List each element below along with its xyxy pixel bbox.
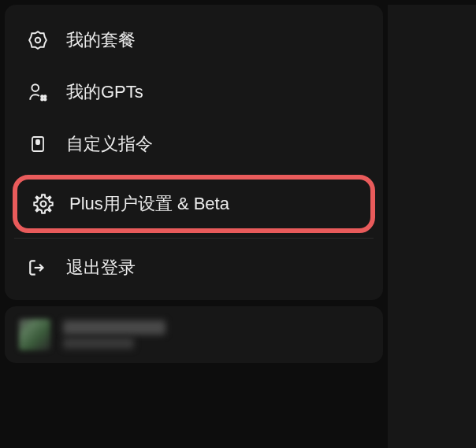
user-info <box>63 320 165 349</box>
menu-container: 我的套餐 我的GPTs <box>0 5 388 448</box>
divider <box>14 238 374 239</box>
svg-point-3 <box>44 95 46 98</box>
user-robot-icon <box>27 81 49 103</box>
menu-item-label: 自定义指令 <box>66 132 153 156</box>
badge-icon <box>27 29 49 51</box>
user-name-redacted <box>63 320 165 335</box>
side-strip <box>388 5 476 448</box>
menu-item-custom-instructions[interactable]: 自定义指令 <box>5 118 383 170</box>
svg-point-2 <box>41 95 43 98</box>
card-icon <box>27 133 49 155</box>
menu-item-label: 我的GPTs <box>66 80 143 104</box>
svg-point-0 <box>35 38 41 43</box>
svg-point-8 <box>41 202 46 207</box>
menu-item-my-plan[interactable]: 我的套餐 <box>5 14 383 66</box>
user-email-redacted <box>63 338 134 349</box>
menu-item-label: Plus用户设置 & Beta <box>69 192 229 216</box>
svg-point-4 <box>41 98 43 101</box>
menu-item-my-gpts[interactable]: 我的GPTs <box>5 66 383 118</box>
svg-rect-7 <box>36 140 39 144</box>
highlighted-menu-item-wrapper: Plus用户设置 & Beta <box>13 175 375 233</box>
menu-item-label: 我的套餐 <box>66 28 136 52</box>
menu-item-plus-settings-beta[interactable]: Plus用户设置 & Beta <box>17 181 370 227</box>
menu-item-label: 退出登录 <box>66 256 136 280</box>
menu-item-logout[interactable]: 退出登录 <box>5 242 383 294</box>
svg-point-1 <box>32 84 39 91</box>
menu-panel: 我的套餐 我的GPTs <box>5 5 383 300</box>
avatar <box>19 319 50 350</box>
settings-gear-icon <box>32 192 55 216</box>
svg-point-5 <box>44 98 46 101</box>
user-panel[interactable] <box>5 306 383 363</box>
logout-icon <box>27 257 49 279</box>
